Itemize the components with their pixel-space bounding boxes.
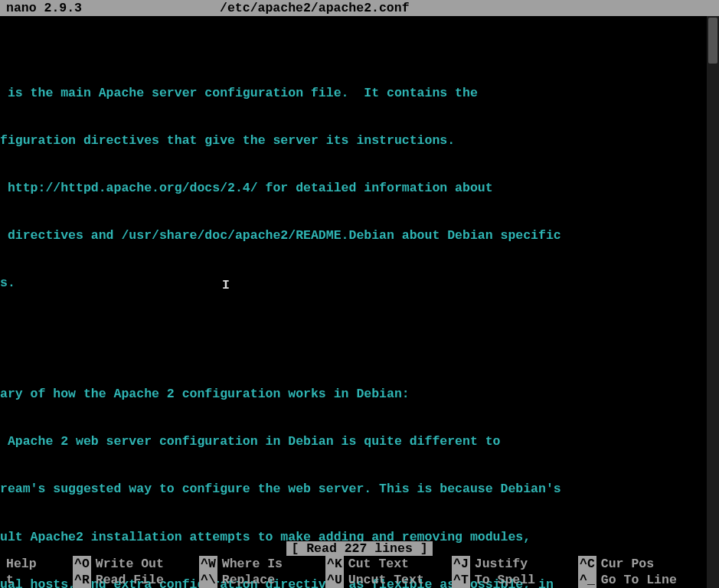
title-bar: nano 2.9.3 /etc/apache2/apache2.conf [0,0,719,16]
file-line: directives and /usr/share/doc/apache2/RE… [0,228,719,244]
editor-viewport[interactable]: is the main Apache server configuration … [0,16,719,588]
shortcut-readfile[interactable]: ^RRead File [73,572,199,588]
shortcut-cut[interactable]: ^KCut Text [325,556,452,572]
status-line: [ Read 227 lines ] [0,541,719,556]
file-line: figuration directives that give the serv… [0,133,719,149]
shortcut-uncut[interactable]: ^UUncut Text [325,572,452,588]
shortcut-help[interactable]: Help [0,556,73,572]
shortcut-bar: Help ^OWrite Out ^WWhere Is ^KCut Text ^… [0,556,707,588]
file-line: s. [0,276,719,292]
shortcut-whereis[interactable]: ^WWhere Is [199,556,325,572]
file-line: Apache 2 web server configuration in Deb… [0,434,719,450]
shortcut-writeout[interactable]: ^OWrite Out [73,556,199,572]
scroll-thumb[interactable] [708,18,717,64]
shortcut-gotoline[interactable]: ^_Go To Line [578,572,704,588]
status-text: [ Read 227 lines ] [286,541,432,556]
shortcut-tospell[interactable]: ^TTo Spell [452,572,578,588]
scrollbar[interactable] [707,16,719,588]
file-path: /etc/apache2/apache2.conf [220,0,410,16]
file-line: ream's suggested way to configure the we… [0,482,719,498]
shortcut-curpos[interactable]: ^CCur Pos [578,556,704,572]
shortcut-replace[interactable]: ^\Replace [199,572,325,588]
shortcut-justify[interactable]: ^JJustify [452,556,578,572]
app-name: nano 2.9.3 [6,0,82,16]
file-line: http://httpd.apache.org/docs/2.4/ for de… [0,181,719,197]
shortcut-exit[interactable]: t [0,572,73,588]
file-line: is the main Apache server configuration … [0,86,719,102]
text-cursor: I [222,278,230,294]
file-line: ary of how the Apache 2 configuration wo… [0,387,719,403]
